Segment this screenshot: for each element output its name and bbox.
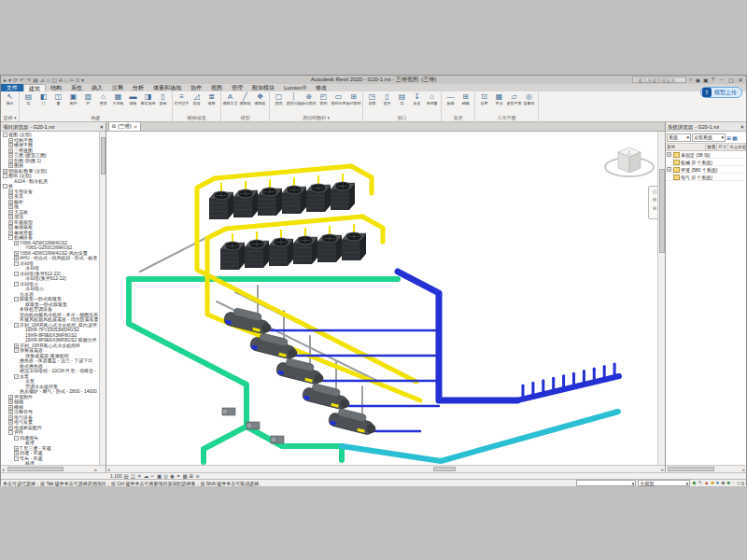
model-upload-button[interactable]: ⇧ 模型上传: [700, 87, 742, 98]
select-underlay-icon[interactable]: ■: [711, 480, 713, 486]
model-canvas[interactable]: 上 ◎ ✥ ⊕: [106, 132, 665, 465]
expand-icon[interactable]: +: [8, 163, 13, 168]
account-icon[interactable]: ◉: [696, 77, 700, 83]
design-option-dropdown[interactable]: 主模型▾: [638, 480, 690, 486]
expand-icon[interactable]: +: [8, 143, 13, 147]
select-links-icon[interactable]: ▲: [704, 480, 709, 486]
tool-柱[interactable]: ▥柱: [81, 92, 95, 105]
tree-item[interactable]: 横流冷却塔组 - 10CM-H 形 - 低噪音 - 100-175-CN: [1, 369, 98, 374]
close-icon[interactable]: ✕: [740, 122, 744, 131]
tool-轴网[interactable]: ⊞轴网: [458, 92, 472, 105]
collapse-icon[interactable]: -: [14, 348, 19, 353]
expand-icon[interactable]: +: [8, 410, 13, 414]
system-view-dropdown[interactable]: 系统▾: [667, 133, 691, 142]
restore-button[interactable]: ▢: [726, 77, 736, 83]
tool-构件[interactable]: ▣构件: [66, 92, 80, 105]
close-button[interactable]: ✕: [736, 77, 745, 83]
collapse-icon[interactable]: -: [14, 272, 19, 276]
zoom-icon[interactable]: ⊕: [652, 204, 656, 211]
viewcube[interactable]: 上: [605, 147, 654, 176]
system-row[interactable]: 机械 (0 个系统): [666, 159, 746, 166]
system-row[interactable]: +未指定 (38 项): [666, 151, 746, 159]
tool-坡道[interactable]: ◿坡道: [190, 92, 204, 105]
collapse-icon[interactable]: -: [14, 374, 19, 379]
expand-icon[interactable]: +: [14, 251, 19, 256]
tool-栏杆扶手[interactable]: ≡栏杆扶手: [175, 92, 189, 105]
tab-管理[interactable]: 管理: [227, 84, 247, 91]
collapse-icon[interactable]: -: [8, 235, 13, 240]
tool-按面[interactable]: ◳按面: [365, 92, 379, 105]
expand-icon[interactable]: +: [8, 405, 13, 410]
expand-icon[interactable]: +: [14, 446, 19, 451]
column-settings-icon[interactable]: ▦: [732, 134, 738, 141]
tool-面积[interactable]: ◰面积: [317, 92, 331, 105]
expand-icon[interactable]: +: [8, 426, 13, 430]
tab-体量和场地[interactable]: 体量和场地: [148, 84, 186, 91]
filter-icon[interactable]: ▽:0: [737, 481, 744, 486]
system-row[interactable]: 电气 (0 个系统): [666, 174, 746, 181]
tool-天花板[interactable]: ▦天花板: [111, 92, 125, 105]
editing-requests-icon[interactable]: ✎: [698, 480, 702, 486]
tool-门[interactable]: ◧门: [36, 92, 50, 105]
pan-icon[interactable]: ✥: [652, 196, 656, 203]
tool-显示[interactable]: ▦显示: [492, 92, 506, 105]
tool-标记面积[interactable]: ⊞标记面积: [346, 92, 360, 105]
tool-模型文字[interactable]: A模型文字: [223, 92, 237, 105]
steering-wheel-icon[interactable]: ◎: [652, 188, 656, 194]
expand-icon[interactable]: +: [8, 415, 13, 420]
expand-icon[interactable]: +: [8, 194, 13, 199]
app-store-icon[interactable]: ▣: [703, 77, 709, 83]
search-icon[interactable]: ⌕: [689, 77, 692, 83]
collapse-icon[interactable]: -: [14, 297, 19, 301]
expand-icon[interactable]: +: [8, 210, 13, 215]
tool-楼梯[interactable]: ≣楼梯: [204, 92, 218, 105]
tool-墙[interactable]: ▤墙: [395, 92, 409, 105]
expand-icon[interactable]: +: [667, 152, 671, 157]
view-tab-3d[interactable]: ⧉ {三维} ✕: [108, 121, 141, 131]
3d-model-view[interactable]: 上: [106, 132, 659, 465]
expand-icon[interactable]: +: [8, 231, 13, 235]
tab-结构[interactable]: 结构: [46, 84, 66, 91]
tool-窗[interactable]: ◫窗: [51, 92, 65, 105]
column-尺寸[interactable]: 尺寸: [717, 144, 728, 150]
tool-竖梃[interactable]: ▯竖梃: [156, 92, 170, 105]
help-icon[interactable]: ?: [712, 77, 714, 83]
tool-墙[interactable]: ▤墙: [21, 92, 35, 105]
tree-item[interactable]: +AHU - 组合式 - 回风机段 - 卧式 - 标准 - 2000 - 100…: [1, 256, 98, 261]
collapse-icon[interactable]: -: [14, 261, 19, 266]
drag-on-selection-icon[interactable]: ■: [726, 480, 729, 486]
tab-Lumion®[interactable]: Lumion®: [279, 84, 311, 91]
worksets-icon[interactable]: ◆: [692, 480, 696, 486]
tool-标高[interactable]: ―标高: [444, 92, 458, 105]
expand-icon[interactable]: +: [667, 167, 671, 172]
expand-icon[interactable]: +: [8, 395, 13, 399]
expand-icon[interactable]: +: [8, 420, 13, 425]
drawing-vscrollbar[interactable]: [657, 132, 665, 465]
tool-屋顶[interactable]: ⌂屋顶: [96, 92, 110, 105]
expand-icon[interactable]: +: [8, 148, 13, 153]
tab-注释[interactable]: 注释: [107, 84, 128, 91]
expand-icon[interactable]: +: [8, 225, 13, 230]
minimize-button[interactable]: –: [717, 77, 726, 83]
select-by-face-icon[interactable]: ◆: [721, 480, 725, 486]
tool-模型线[interactable]: ╱模型线: [238, 92, 252, 105]
expand-icon[interactable]: +: [8, 138, 13, 143]
system-filter-dropdown[interactable]: 全部系统▾: [692, 133, 726, 142]
expand-icon[interactable]: +: [8, 153, 13, 158]
background-processes-icon[interactable]: ◌: [732, 480, 735, 486]
drawing-hscrollbar[interactable]: ◂ ▸: [106, 465, 665, 472]
collapse-icon[interactable]: -: [14, 436, 19, 441]
collapse-icon[interactable]: -: [14, 456, 19, 461]
close-icon[interactable]: ✕: [134, 124, 138, 130]
collapse-icon[interactable]: -: [3, 133, 7, 137]
tool-修改[interactable]: ↖修改: [3, 92, 17, 105]
autofit-columns-icon[interactable]: ⊞: [726, 134, 731, 141]
expand-icon[interactable]: +: [14, 241, 19, 245]
collapse-icon[interactable]: -: [14, 323, 19, 328]
tab-插入[interactable]: 插入: [87, 84, 107, 91]
tab-分析[interactable]: 分析: [128, 84, 148, 91]
expand-icon[interactable]: +: [8, 399, 13, 404]
system-browser-hscrollbar[interactable]: ▸: [666, 465, 746, 472]
expand-icon[interactable]: +: [8, 220, 13, 225]
select-pinned-icon[interactable]: ●: [716, 480, 719, 486]
